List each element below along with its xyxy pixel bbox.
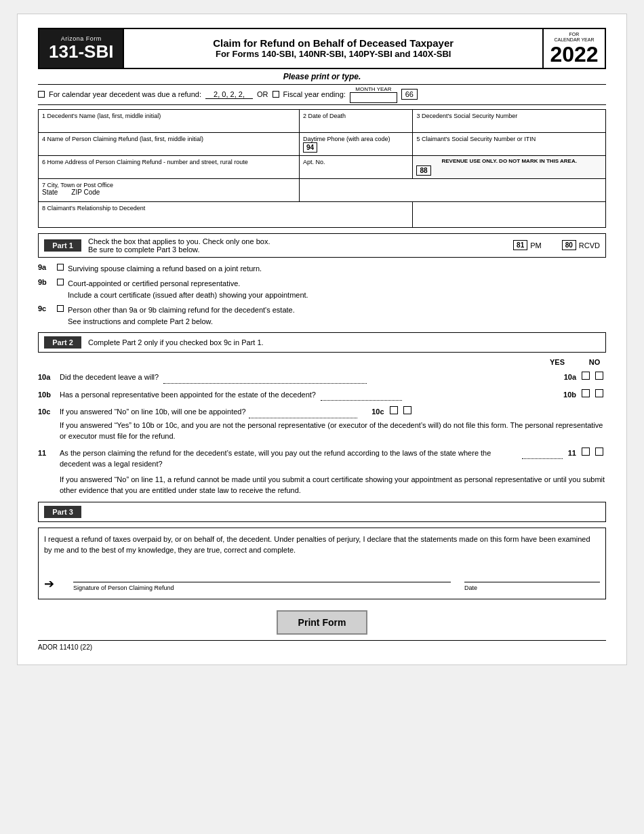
relationship-cell: 8 Claimant's Relationship to Decedent	[39, 201, 413, 227]
item-11-line-label: 11	[563, 448, 576, 459]
fields-table: 1 Decedent's Name (last, first, middle i…	[38, 109, 606, 228]
item-10b-text: Has a personal representative been appoi…	[60, 389, 549, 401]
item-9b-sub: Include a court certificate (issued afte…	[68, 290, 606, 301]
item-10c-sub: If you answered “Yes” to 10b or 10c, and…	[60, 420, 606, 442]
item-10c-line-label: 10c	[357, 406, 384, 418]
or-text: OR	[257, 90, 268, 98]
apt-value[interactable]	[303, 165, 409, 176]
phone-label: Daytime Phone (with area code)	[303, 136, 390, 142]
arrow-icon: ➔	[44, 575, 54, 593]
signature-block: Signature of Person Claiming Refund	[73, 570, 451, 593]
yes-header: YES	[530, 358, 584, 366]
date-of-death-cell: 2 Date of Death	[300, 109, 413, 132]
part2-label: Part 2	[44, 336, 81, 349]
item-9a-num: 9a	[38, 263, 57, 271]
item-10b-line-label: 10b	[549, 389, 576, 401]
fiscal-value-box[interactable]	[350, 92, 397, 103]
print-button[interactable]: Print Form	[277, 610, 368, 635]
sub-title: For Forms 140-SBI, 140NR-SBI, 140PY-SBI …	[216, 49, 451, 59]
item-9b: 9b Court-appointed or certified personal…	[38, 278, 606, 300]
apt-label: Apt. No.	[303, 159, 325, 165]
checkbox-9a[interactable]	[57, 264, 64, 271]
item-10a-line-label: 10a	[549, 372, 576, 383]
yes-checkbox-10b[interactable]	[582, 389, 590, 397]
item-9c-content: Person other than 9a or 9b claiming refu…	[68, 304, 606, 327]
signature-section: ➔ Signature of Person Claiming Refund Da…	[44, 570, 600, 593]
no-checkbox-11[interactable]	[595, 448, 603, 456]
no-checkbox-10b[interactable]	[595, 389, 603, 397]
item-9a-text: Surviving spouse claiming a refund based…	[68, 263, 606, 275]
part3-label: Part 3	[44, 506, 81, 518]
state-label: State	[42, 188, 58, 199]
cal-year-text: For calendar year decedent was due a ref…	[49, 90, 201, 98]
print-button-row: Print Form	[38, 610, 606, 635]
date-line[interactable]	[464, 570, 600, 583]
part1-label: Part 1	[44, 239, 81, 252]
claimant-ssn-label: 5 Claimant's Social Security Number or I…	[416, 136, 536, 142]
city-cell: 7 City, Town or Post Office State ZIP Co…	[39, 178, 300, 201]
item-11-content: As the person claiming the refund for th…	[60, 448, 606, 496]
decedents-name-cell: 1 Decedent's Name (last, first, middle i…	[39, 109, 300, 132]
checkbox-9c[interactable]	[57, 305, 64, 312]
pm-label: PM	[530, 241, 542, 250]
item-11-num: 11	[38, 448, 60, 459]
no-checkbox-10a[interactable]	[595, 372, 603, 380]
calendar-year-checkbox[interactable]	[38, 91, 45, 98]
fields-row-5: 8 Claimant's Relationship to Decedent	[39, 201, 606, 227]
relationship-extra	[413, 201, 606, 227]
apt-cell: Apt. No.	[300, 155, 413, 178]
item-10b-num: 10b	[38, 389, 60, 401]
revenue-box-num: 88	[416, 165, 430, 176]
yes-checkbox-10c[interactable]	[390, 406, 398, 414]
year-value: 2022	[550, 43, 598, 65]
date-block: Date	[464, 570, 600, 593]
rcvd-box-num: 80	[562, 240, 576, 250]
claimant-name-cell: 4 Name of Person Claiming Refund (last, …	[39, 132, 300, 155]
part1-section: Part 1 Check the box that applies to you…	[38, 233, 606, 327]
fiscal-text: Fiscal year ending:	[283, 90, 346, 98]
form-id-footer: ADOR 11410 (22)	[38, 643, 92, 651]
part2-section: Part 2 Complete Part 2 only if you check…	[38, 332, 606, 496]
item-9c-num: 9c	[38, 304, 57, 313]
item-11-sub: If you answered “No” on line 11, a refun…	[60, 474, 606, 496]
yes-checkbox-11[interactable]	[582, 448, 590, 456]
revenue-label: REVENUE USE ONLY. DO NOT MARK IN THIS AR…	[416, 158, 602, 164]
rcvd-box: 80 RCVD	[562, 240, 600, 250]
date-of-death-value[interactable]	[303, 119, 409, 130]
checkbox-9b[interactable]	[57, 279, 64, 285]
decedents-name-value[interactable]	[42, 119, 296, 130]
city-value-row: State ZIP Code	[42, 188, 296, 199]
item-10c-content: If you answered “No” on line 10b, will o…	[60, 406, 606, 442]
phone-value-row: 94	[303, 142, 409, 153]
claimant-ssn-value[interactable]	[416, 142, 602, 153]
claimant-name-value[interactable]	[42, 142, 296, 153]
item-9b-content: Court-appointed or certified personal re…	[68, 278, 606, 300]
form-header: Arizona Form 131-SBI Claim for Refund on…	[38, 28, 606, 69]
yes-no-header: YES NO	[38, 358, 606, 366]
signature-line[interactable]	[73, 570, 451, 583]
calendar-year-line: For calendar year decedent was due a ref…	[38, 84, 606, 105]
form-page: Arizona Form 131-SBI Claim for Refund on…	[17, 14, 627, 665]
fields-row-2: 4 Name of Person Claiming Refund (last, …	[39, 132, 606, 155]
no-checkbox-10c[interactable]	[403, 406, 411, 414]
item-10c-num: 10c	[38, 406, 60, 418]
date-label: Date	[464, 584, 600, 593]
relationship-value[interactable]	[42, 212, 409, 225]
claimant-ssn-cell: 5 Claimant's Social Security Number or I…	[413, 132, 606, 155]
year-box: FOR CALENDAR YEAR 2022	[544, 29, 605, 68]
fiscal-year-checkbox[interactable]	[273, 91, 279, 98]
yes-checkbox-10a[interactable]	[582, 372, 590, 380]
pm-box: 81 PM	[513, 240, 542, 250]
part2-description: Complete Part 2 only if you checked box …	[88, 338, 264, 346]
item-10b: 10b Has a personal representative been a…	[38, 389, 606, 401]
ssn-value[interactable]	[416, 119, 602, 130]
address-label: 6 Home Address of Person Claiming Refund…	[42, 159, 248, 165]
part3-bar: Part 3	[38, 502, 606, 522]
item-10a: 10a Did the decedent leave a will? 10a	[38, 372, 606, 384]
cal-year-value: 2, 0, 2, 2,	[205, 90, 253, 99]
part1-bar: Part 1 Check the box that applies to you…	[38, 233, 606, 258]
part3-section: Part 3 I request a refund of taxes overp…	[38, 502, 606, 599]
item-9b-num: 9b	[38, 278, 57, 286]
item-9c-sub: See instructions and complete Part 2 bel…	[68, 316, 606, 327]
address-value[interactable]	[42, 165, 296, 176]
